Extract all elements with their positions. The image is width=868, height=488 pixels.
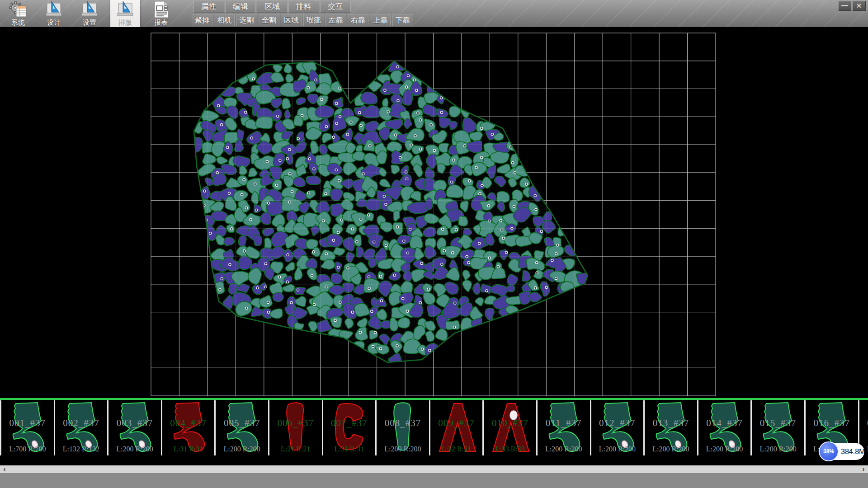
piece-thumbnail-001[interactable]: 001_#37L:700 R:700 (0, 400, 54, 455)
app-tab-layout[interactable]: 排版 (110, 0, 140, 27)
piece-shape (323, 400, 376, 455)
app-tab-label: 报表 (146, 19, 176, 26)
piece-shape (752, 400, 804, 455)
piece-thumbnail-004[interactable]: 004_#37L:31 R:31 (161, 400, 215, 455)
piece-shape (645, 400, 697, 455)
tool-select-cut[interactable]: 选割 (236, 14, 257, 26)
gear-icon (3, 0, 33, 19)
app-tab-label: 系统 (3, 19, 33, 26)
tool-cut-all[interactable]: 全割 (259, 14, 279, 26)
menu-nesting[interactable]: 排料 (288, 1, 319, 13)
tool-align-right[interactable]: 右靠 (348, 14, 368, 26)
tool-align-left[interactable]: 左靠 (326, 14, 346, 26)
piece-shape (698, 400, 751, 455)
piece-shape (216, 400, 268, 455)
tool-region[interactable]: 区域 (281, 14, 302, 26)
close-button[interactable]: ✕ (852, 1, 866, 11)
strip-separator-line (0, 398, 868, 400)
memory-amount: 384.8M (841, 443, 865, 460)
tool-cluster-nest[interactable]: 聚排 (192, 14, 212, 26)
menu-region[interactable]: 区域 (257, 1, 288, 13)
menu-properties[interactable]: 属性 (193, 1, 224, 13)
piece-shape (430, 400, 483, 455)
menu-interact[interactable]: 交互 (320, 1, 351, 13)
piece-thumbnail-010[interactable]: 010_#37L:33 R:33 (482, 400, 536, 455)
piece-shape (591, 400, 644, 455)
piece-thumbnail-003[interactable]: 003_#37L:200 R:200 (107, 400, 161, 455)
piece-thumbnail-012[interactable]: 012_#37L:200 R:200 (590, 400, 644, 455)
memory-badge: 38% 384.8M (820, 443, 864, 460)
main-toolbar: 系统设计设置排版报表 属性编辑区域排料交互 聚排相机选割全割区域瑕疵左靠右靠上靠… (0, 0, 868, 27)
piece-thumbnail-005[interactable]: 005_#37L:200 R:200 (214, 400, 268, 455)
memory-percent: 38% (819, 441, 839, 461)
report-doc-icon (146, 0, 176, 19)
app-tab-report[interactable]: 报表 (146, 0, 176, 27)
piece-shape (538, 400, 590, 455)
piece-thumbnail-002[interactable]: 002_#37L:132 R:132 (54, 400, 108, 455)
piece-thumbnail-015[interactable]: 015_#37L:200 R:200 (750, 400, 804, 455)
piece-thumbnail-007[interactable]: 007_#37L:31 R:31 (322, 400, 376, 455)
piece-shape (484, 400, 536, 455)
piece-thumbnail-009[interactable]: 009_#37L:32 R:31 (429, 400, 483, 455)
settings-ruler-icon (75, 0, 104, 19)
layout-ruler-icon (110, 0, 140, 19)
minimize-button[interactable]: — (838, 1, 851, 11)
scroll-left-icon[interactable]: ‹ (1, 465, 8, 473)
status-bar (0, 473, 868, 488)
piece-thumbnail-008[interactable]: 008_#37L:200 R:200 (375, 400, 429, 455)
piece-thumbnail-014[interactable]: 014_#37L:200 R:200 (697, 400, 751, 455)
piece-shape (269, 400, 322, 455)
app-tab-label: 设置 (75, 19, 104, 26)
piece-shape (108, 400, 161, 455)
app-tab-system[interactable]: 系统 (3, 0, 33, 27)
piece-shape (377, 400, 429, 455)
scroll-right-icon[interactable]: › (860, 465, 867, 473)
tool-camera[interactable]: 相机 (214, 14, 235, 26)
piece-thumbnail-006[interactable]: 006_#37L:21 R:21 (268, 400, 322, 455)
app-tab-settings[interactable]: 设置 (75, 0, 104, 27)
app-tab-label: 排版 (110, 19, 140, 26)
design-ruler-icon (39, 0, 69, 19)
app-tab-design[interactable]: 设计 (39, 0, 69, 27)
piece-shape (55, 400, 108, 455)
horizontal-scrollbar[interactable]: ‹ › (0, 465, 868, 473)
piece-thumbnail-strip: 001_#37L:700 R:700002_#37L:132 R:132003_… (0, 400, 868, 455)
nesting-canvas[interactable] (0, 27, 868, 398)
piece-shape (162, 400, 215, 455)
piece-shape (1, 400, 54, 455)
tool-defect[interactable]: 瑕疵 (303, 14, 324, 26)
piece-thumbnail-013[interactable]: 013_#37L:200 R:200 (643, 400, 697, 455)
tool-align-bottom[interactable]: 下靠 (392, 14, 413, 26)
tool-align-top[interactable]: 上靠 (370, 14, 391, 26)
app-tab-label: 设计 (39, 19, 69, 26)
piece-thumbnail-011[interactable]: 011_#37L:200 R:200 (536, 400, 590, 455)
menu-edit[interactable]: 编辑 (225, 1, 256, 13)
